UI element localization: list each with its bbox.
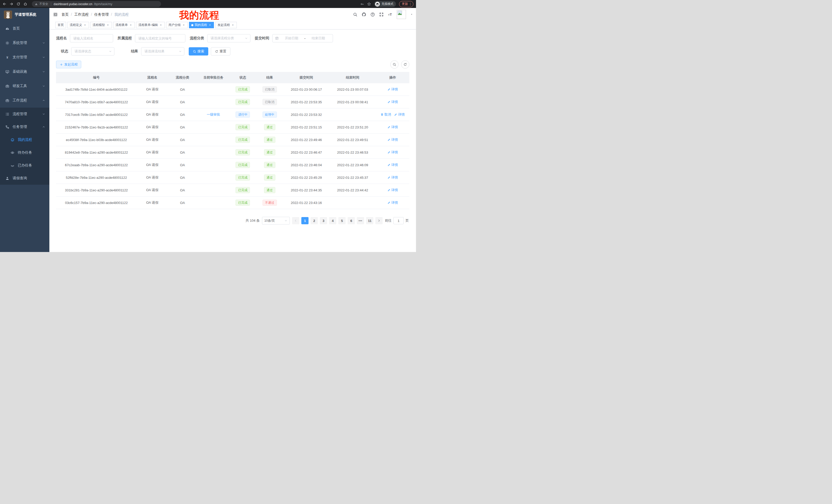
avatar[interactable]	[397, 10, 406, 19]
header-search-icon[interactable]	[353, 12, 357, 17]
github-icon[interactable]	[362, 12, 366, 17]
status-badge: 通过	[264, 174, 275, 180]
sidebar-toggle-icon[interactable]	[53, 12, 58, 17]
sidebar-subitem-0[interactable]: 流程管理	[0, 108, 49, 120]
sidebar-subitem-1[interactable]: 任务管理	[0, 120, 49, 133]
op-label: 详情	[391, 100, 398, 104]
result-select[interactable]: 请选择流结果	[141, 47, 184, 55]
status-select[interactable]: 请选择状态	[71, 47, 114, 55]
reset-button[interactable]: 重置	[211, 47, 230, 55]
close-icon[interactable]: ×	[129, 23, 132, 27]
close-icon[interactable]: ×	[231, 23, 234, 27]
sidebar-subitem-4[interactable]: 已办任务	[0, 159, 49, 172]
monitor-icon	[5, 70, 9, 74]
browser-home-icon[interactable]	[23, 2, 27, 6]
app-logo-row[interactable]: 芋道管理系统	[0, 8, 49, 21]
close-icon[interactable]: ×	[106, 23, 109, 27]
submit-time-range[interactable]: 开始日期 - 结束日期	[272, 34, 333, 43]
cell-category: OA	[168, 121, 197, 134]
fullscreen-icon[interactable]	[379, 12, 384, 17]
detail-link[interactable]: 详情	[387, 200, 398, 205]
close-icon[interactable]: ×	[182, 23, 185, 27]
pagination-page-1[interactable]: 1	[301, 217, 309, 224]
pagination-prev-button[interactable]	[292, 217, 299, 224]
cell-status: 已完成	[230, 171, 256, 184]
sidebar-item-label: 首页	[12, 26, 45, 31]
page-size-select[interactable]: 10条/页	[262, 217, 290, 225]
address-bar[interactable]: 不安全 dashboard.yudao.iocoder.cn/bpm/task/…	[32, 1, 161, 7]
pagination-page-2[interactable]: 2	[311, 217, 318, 224]
cell-id: ec45f38f-7b9a-11ec-b03b-acde48001122	[56, 134, 137, 146]
toggle-search-button[interactable]	[390, 60, 398, 68]
owner-process-input[interactable]	[135, 34, 185, 43]
detail-link[interactable]: 详情	[387, 100, 398, 104]
detail-link[interactable]: 详情	[387, 87, 398, 92]
pagination-page-11[interactable]: 11	[366, 217, 373, 224]
close-icon[interactable]: ×	[208, 23, 212, 27]
tab-2[interactable]: 流程模型×	[90, 22, 112, 28]
process-name-input[interactable]	[70, 34, 113, 43]
tab-6[interactable]: 我的流程×	[189, 22, 214, 28]
tab-4[interactable]: 流程表单-编辑×	[136, 22, 165, 28]
detail-link[interactable]: 详情	[387, 188, 398, 192]
tab-5[interactable]: 用户分组×	[166, 22, 188, 28]
pagination-next-button[interactable]	[375, 217, 383, 224]
browser-chrome: 不安全 dashboard.yudao.iocoder.cn/bpm/task/…	[0, 0, 416, 8]
table-toolbar: 发起流程	[56, 60, 409, 68]
start-process-button[interactable]: 发起流程	[56, 61, 81, 68]
sidebar-subitem-3[interactable]: 待办任务	[0, 146, 49, 159]
sidebar-subitem-2[interactable]: 我的流程	[0, 133, 49, 146]
cancel-link[interactable]: 取消	[381, 112, 391, 117]
detail-link[interactable]: 详情	[394, 112, 405, 117]
tab-0[interactable]: 首页	[55, 22, 66, 28]
bookmark-star-icon[interactable]	[367, 2, 371, 6]
content: 流程名 所属流程 流程分类 请选择流程分类	[49, 30, 416, 252]
browser-reload-icon[interactable]	[17, 2, 20, 6]
category-select[interactable]: 请选择流程分类	[207, 34, 251, 43]
pagination-page-4[interactable]: 4	[329, 217, 336, 224]
edit-icon	[387, 138, 391, 141]
pagination-page-5[interactable]: 5	[338, 217, 345, 224]
cell-process-name: OA 请假	[137, 83, 168, 96]
close-icon[interactable]: ×	[159, 23, 162, 27]
browser-menu-icon[interactable]	[409, 2, 412, 6]
pagination-page-3[interactable]: 3	[320, 217, 327, 224]
pagination-ellipsis[interactable]: •••	[357, 217, 364, 224]
breadcrumb-item[interactable]: 任务管理	[94, 12, 109, 17]
search-button[interactable]: 搜索	[189, 47, 208, 55]
detail-link[interactable]: 详情	[387, 163, 398, 167]
avatar-caret-icon[interactable]	[410, 13, 413, 16]
submit-time-label: 提交时间	[255, 36, 269, 40]
cell-result: 通过	[256, 171, 283, 184]
help-icon[interactable]	[370, 12, 375, 17]
sidebar-item-1[interactable]: 系统管理	[0, 36, 49, 50]
detail-link[interactable]: 详情	[387, 137, 398, 142]
password-key-icon[interactable]	[361, 2, 364, 6]
tab-7[interactable]: 发起流程×	[215, 22, 237, 28]
detail-link[interactable]: 详情	[387, 125, 398, 130]
sidebar-item-5[interactable]: 工作流程	[0, 93, 49, 108]
goto-page-input[interactable]	[393, 217, 404, 224]
breadcrumb-item[interactable]: 工作流程	[74, 12, 89, 17]
sidebar-item-4[interactable]: 研发工具	[0, 79, 49, 93]
task-link[interactable]: 一级审批	[207, 113, 220, 116]
sidebar-item-3[interactable]: 基础设施	[0, 64, 49, 79]
tab-3[interactable]: 流程表单×	[113, 22, 135, 28]
sidebar-item-0[interactable]: 首页	[0, 21, 49, 36]
pagination-page-6[interactable]: 6	[347, 217, 355, 224]
browser-forward-icon[interactable]	[9, 2, 14, 6]
cell-process-name: OA 请假	[137, 197, 168, 209]
font-size-icon[interactable]: TT	[388, 12, 392, 17]
cell-result: 通过	[256, 146, 283, 159]
sidebar-item-2[interactable]: ¥支付管理	[0, 50, 49, 64]
detail-link[interactable]: 详情	[387, 150, 398, 155]
sidebar-subitem-5[interactable]: 请假查询	[0, 172, 49, 185]
detail-link[interactable]: 详情	[387, 175, 398, 180]
browser-back-icon[interactable]	[3, 2, 6, 6]
tab-1[interactable]: 流程定义×	[67, 22, 89, 28]
refresh-table-button[interactable]	[401, 60, 409, 68]
status-badge: 已完成	[235, 149, 250, 156]
close-icon[interactable]: ×	[83, 23, 87, 27]
update-button[interactable]: 更新	[399, 1, 413, 7]
breadcrumb-item[interactable]: 首页	[61, 12, 69, 17]
